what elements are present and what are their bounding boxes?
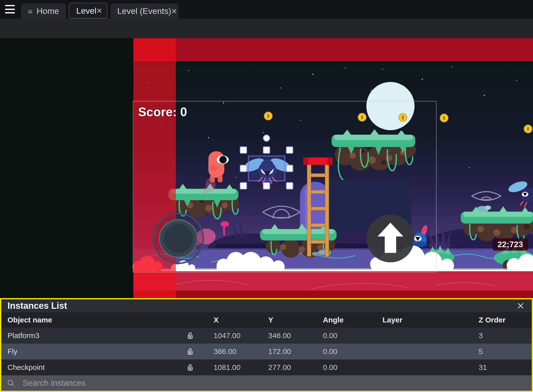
moon xyxy=(366,82,415,130)
instance-row[interactable]: Platform3 1047.00 346.00 0.00 3 xyxy=(1,328,532,344)
resize-handle[interactable] xyxy=(263,183,270,189)
close-icon[interactable] xyxy=(516,301,526,311)
coordinates-badge: 22;723 xyxy=(493,238,528,251)
unlocked-icon[interactable] xyxy=(176,332,200,340)
game-scene-art xyxy=(0,38,533,298)
resize-handle[interactable] xyxy=(286,165,293,172)
bottom-red-ground xyxy=(133,271,533,298)
instance-row[interactable]: Checkpoint 1081.00 277.00 0.00 31 xyxy=(1,359,532,375)
search-icon xyxy=(7,379,15,387)
tab-level-events[interactable]: Level (Events) xyxy=(110,3,178,19)
instances-table-header: Object name X Y Angle Layer Z Order xyxy=(1,312,532,328)
tab-level-events-label: Level (Events) xyxy=(117,6,171,16)
instances-panel: Instances List Object name X Y Angle Lay… xyxy=(0,298,533,392)
column-z-order: Z Order xyxy=(466,316,532,324)
resize-handle[interactable] xyxy=(286,183,293,189)
jump-button xyxy=(367,215,414,262)
unlocked-icon[interactable] xyxy=(176,363,200,371)
column-angle: Angle xyxy=(309,316,369,324)
resize-handle[interactable] xyxy=(240,165,247,172)
instances-search-bar xyxy=(1,375,532,391)
scene-canvas[interactable]: Score: 0 22;723 xyxy=(0,38,533,298)
panel-title: Instances List xyxy=(7,301,67,311)
tab-level-events-close-icon[interactable] xyxy=(171,8,177,14)
resize-handle[interactable] xyxy=(286,147,293,154)
top-red-band xyxy=(133,38,533,61)
selection-box xyxy=(248,156,285,181)
column-layer: Layer xyxy=(369,316,466,324)
unlocked-icon[interactable] xyxy=(176,348,200,355)
tab-home[interactable]: Home xyxy=(21,3,66,19)
tab-bar: Home Level Level (Events) xyxy=(0,0,533,19)
joystick-control xyxy=(153,214,203,263)
menu-icon[interactable] xyxy=(5,5,15,13)
editor-window: Home Level Level (Events) Preview xyxy=(0,0,533,392)
score-hud-text: Score: 0 xyxy=(138,105,187,119)
home-icon xyxy=(28,7,33,15)
column-object-name: Object name xyxy=(1,316,176,324)
column-x: X xyxy=(200,316,255,324)
rotation-handle[interactable] xyxy=(263,135,270,141)
resize-handle[interactable] xyxy=(240,147,247,154)
column-y: Y xyxy=(255,316,309,324)
tab-level-close-icon[interactable] xyxy=(96,8,102,14)
tab-home-label: Home xyxy=(37,6,59,16)
instances-panel-header: Instances List xyxy=(1,299,532,312)
resize-handle[interactable] xyxy=(263,147,270,154)
editor-toolbar: Preview Publish xyxy=(0,19,533,38)
instance-row-selected[interactable]: Fly 366.00 172.00 0.00 5 xyxy=(1,344,532,359)
tab-level-label: Level xyxy=(76,6,96,16)
search-instances-input[interactable] xyxy=(22,378,526,388)
tab-level[interactable]: Level xyxy=(69,3,108,19)
resize-handle[interactable] xyxy=(240,183,247,189)
